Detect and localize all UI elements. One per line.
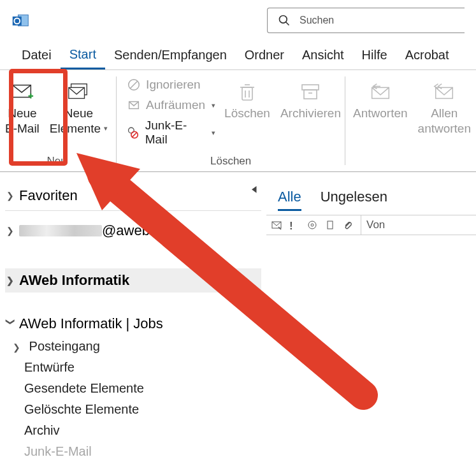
- mail-column-header: ! Von: [266, 215, 476, 235]
- nav-posteingang[interactable]: ❯ Posteingang: [5, 336, 261, 357]
- mailtab-ungelesen[interactable]: Ungelesen: [321, 189, 387, 211]
- ribbon: Neue E-Mail Neue Elemente▾ Neu Ignoriere…: [0, 70, 476, 172]
- svg-line-11: [131, 82, 138, 89]
- chevron-right-icon: ❯: [6, 226, 15, 236]
- search-placeholder: Suchen: [299, 15, 334, 26]
- ribbon-group-label-neu: Neu: [0, 155, 113, 171]
- neue-email-label-1: Neue: [8, 106, 36, 121]
- antworten-button[interactable]: Antworten: [348, 75, 413, 121]
- mail-filter-tabs: Alle Ungelesen: [266, 189, 476, 211]
- chevron-right-icon: ❯: [13, 342, 22, 352]
- nav-aweb-informatik[interactable]: ❯ AWeb Informatik: [5, 268, 261, 293]
- ignore-icon: [127, 78, 141, 92]
- ribbon-group-neu: Neue E-Mail Neue Elemente▾ Neu: [0, 70, 113, 171]
- nav-archiv[interactable]: Archiv: [5, 420, 261, 441]
- outlook-logo-icon: [11, 11, 29, 29]
- neue-elemente-label-1: Neue: [64, 106, 93, 121]
- importance-icon: !: [289, 220, 299, 230]
- ribbon-group-antworten: Antworten Allen antworten: [348, 70, 476, 171]
- tab-hilfe[interactable]: Hilfe: [353, 41, 396, 69]
- nav-geloescht[interactable]: Gelöschte Elemente: [5, 399, 261, 420]
- chevron-down-icon: ▾: [212, 129, 215, 137]
- ribbon-group-label-loeschen: Löschen: [119, 155, 342, 171]
- trash-icon: [235, 78, 259, 106]
- svg-point-30: [311, 224, 314, 226]
- svg-line-4: [286, 22, 289, 25]
- nav-favoriten[interactable]: ❯ Favoriten: [5, 184, 250, 208]
- chevron-right-icon: ❯: [6, 191, 15, 201]
- allen-antworten-button[interactable]: Allen antworten: [413, 75, 476, 136]
- cleanup-icon: [127, 98, 141, 112]
- ribbon-divider: [116, 76, 117, 165]
- archive-icon: [298, 78, 322, 106]
- archivieren-button[interactable]: Archivieren: [275, 75, 346, 121]
- titlebar: Suchen: [0, 0, 476, 41]
- reply-all-icon: [432, 78, 456, 106]
- tab-datei[interactable]: Datei: [13, 41, 61, 69]
- divider: [5, 210, 261, 211]
- search-input[interactable]: Suchen: [267, 8, 465, 33]
- document-icon: [325, 220, 335, 230]
- tab-ordner[interactable]: Ordner: [236, 41, 293, 69]
- svg-point-29: [308, 221, 316, 229]
- neue-email-button[interactable]: Neue E-Mail: [0, 75, 45, 136]
- ignorieren-button[interactable]: Ignorieren: [123, 75, 219, 94]
- junk-email-button[interactable]: Junk-E-Mail ▾: [123, 116, 219, 149]
- new-items-icon: [66, 78, 90, 106]
- chevron-down-icon: ❯: [6, 318, 16, 327]
- search-icon: [278, 14, 291, 27]
- neue-email-label-2: E-Mail: [5, 121, 40, 136]
- nav-entwuerfe[interactable]: Entwürfe: [5, 357, 261, 378]
- main-area: ◀ ❯ Favoriten ❯ @aweb.ch ❯ AWeb Informat…: [0, 172, 476, 464]
- loeschen-button[interactable]: Löschen: [219, 75, 275, 121]
- new-mail-icon: [10, 78, 34, 106]
- column-von[interactable]: Von: [361, 215, 476, 235]
- tab-senden-empfangen[interactable]: Senden/Empfangen: [105, 41, 236, 69]
- redacted-text: [19, 225, 102, 236]
- svg-rect-16: [242, 87, 252, 100]
- aufraeumen-button[interactable]: Aufräumen ▾: [123, 96, 219, 115]
- chevron-down-icon: ▾: [104, 124, 108, 133]
- chevron-down-icon: ▾: [212, 101, 215, 110]
- reminder-icon: [307, 220, 317, 230]
- tab-ansicht[interactable]: Ansicht: [293, 41, 353, 69]
- chevron-right-icon: ❯: [6, 275, 15, 286]
- svg-rect-31: [328, 221, 333, 229]
- tab-acrobat[interactable]: Acrobat: [396, 41, 458, 69]
- nav-account[interactable]: ❯ @aweb.ch: [5, 219, 261, 243]
- reply-icon: [368, 78, 393, 106]
- svg-rect-22: [304, 90, 317, 99]
- mailtab-alle[interactable]: Alle: [278, 189, 301, 211]
- tab-start[interactable]: Start: [61, 41, 105, 69]
- attachment-icon: [343, 220, 353, 230]
- svg-point-3: [280, 16, 287, 24]
- ribbon-tabs: Datei Start Senden/Empfangen Ordner Ansi…: [0, 41, 476, 70]
- neue-elemente-label-2: Elemente: [50, 121, 101, 136]
- nav-junk[interactable]: Junk-E-Mail: [5, 441, 261, 462]
- folder-nav-pane: ◀ ❯ Favoriten ❯ @aweb.ch ❯ AWeb Informat…: [0, 172, 266, 464]
- nav-aweb-jobs[interactable]: ❯ AWeb Informatik | Jobs: [5, 312, 261, 336]
- envelope-icon: [271, 220, 282, 230]
- svg-line-15: [133, 133, 137, 137]
- mail-list-pane: Alle Ungelesen ! Von: [266, 172, 476, 464]
- neue-elemente-button[interactable]: Neue Elemente▾: [45, 75, 113, 136]
- collapse-pane-icon[interactable]: ◀: [252, 184, 257, 194]
- nav-gesendet[interactable]: Gesendete Elemente: [5, 378, 261, 399]
- junk-icon: [127, 126, 140, 140]
- svg-rect-21: [302, 85, 319, 90]
- ribbon-group-loeschen: Ignorieren Aufräumen ▾ Junk-E-Mail ▾ Lös…: [119, 70, 342, 171]
